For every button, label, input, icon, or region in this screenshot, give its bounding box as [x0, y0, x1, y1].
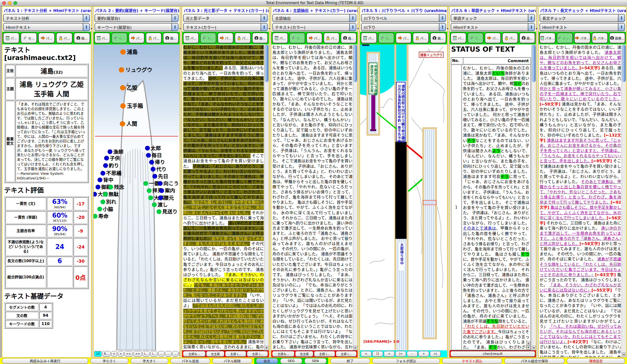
keyword-label[interactable]: 代り — [156, 166, 166, 172]
footer-button[interactable]: ... — [165, 351, 171, 357]
scroll-down-button[interactable]: ▼ — [265, 346, 268, 350]
keyword-dot-blue[interactable] — [158, 195, 163, 200]
keyword-dot-green[interactable] — [152, 202, 157, 207]
scroll-down-button[interactable]: ▼ — [622, 353, 626, 357]
font-larger-button[interactable]: 字大きく — [131, 358, 168, 364]
footer-button[interactable]: I... — [150, 351, 157, 357]
set-button[interactable]: セ... — [21, 33, 37, 43]
stepper-icon[interactable]: ▲▼ — [261, 24, 267, 31]
panel-resize-handle[interactable] — [91, 6, 93, 358]
all-subject-button[interactable]: 全主語 — [206, 351, 224, 357]
keyword-dot-green[interactable] — [147, 188, 152, 193]
panel-6-view-select[interactable]: Htmlテキスト ▲▼ — [451, 23, 535, 31]
panel-forward-button[interactable]: パ... — [306, 33, 322, 43]
keyword-dot-blue[interactable] — [98, 178, 102, 182]
panel-resize-handle[interactable] — [180, 6, 182, 358]
subject-none-button[interactable]: 主語な... — [183, 351, 206, 357]
panel-forward-button[interactable]: パ... — [38, 33, 55, 43]
keyword-dot-blue[interactable] — [104, 156, 109, 161]
panel-lock-button[interactable]: パ... — [56, 33, 72, 43]
keyword-dot-green[interactable] — [157, 209, 161, 214]
panel-resize-handle[interactable] — [269, 6, 271, 358]
scrollbar[interactable]: ▼ — [353, 44, 357, 350]
panel-forward-button[interactable]: パ... — [396, 33, 412, 43]
keyword-dot-blue[interactable] — [96, 184, 101, 189]
keyword-dot-blue[interactable] — [149, 160, 154, 165]
scrollbar[interactable]: ▼ — [531, 44, 536, 350]
panel-lock-button[interactable]: パ... — [323, 33, 339, 43]
keyword-dot-blue[interactable] — [145, 146, 150, 150]
panel-5-tool-select[interactable]: 川下りラベル ▲▼ — [361, 14, 446, 22]
to-end-button[interactable]: >| — [430, 351, 441, 357]
image-save-button[interactable]: 画... — [252, 33, 268, 43]
panel-resize-handle[interactable] — [358, 6, 360, 358]
scrollbar-thumb[interactable] — [353, 45, 357, 82]
pause-button[interactable]: [] — [372, 351, 383, 357]
stepper-icon[interactable]: ▲▼ — [528, 14, 534, 22]
close-window-icon[interactable] — [2, 1, 6, 5]
footer-button[interactable]: ... — [172, 351, 178, 357]
panel-forward-button[interactable]: パ... — [129, 33, 145, 43]
panel-1-view-select[interactable]: Htmlテキスト ▲▼ — [3, 23, 90, 31]
scroll-down-button[interactable]: ▼ — [353, 346, 357, 350]
keyword-dot-blue[interactable] — [146, 153, 151, 158]
keyword-label[interactable]: 人間 — [126, 121, 137, 127]
scroll-up-button[interactable]: ▲ — [526, 341, 530, 345]
next-button[interactable]: > — [118, 351, 124, 357]
table-scroll-arrows[interactable]: ▲ ▼ — [526, 341, 530, 350]
panel-5-view-select[interactable]: 川下り ▲▼ — [361, 23, 446, 31]
keyword-label[interactable]: 子供 — [110, 155, 120, 161]
keyword-label[interactable]: 乙姫 — [127, 85, 137, 91]
panel-delete-button[interactable]: パ... — [450, 33, 466, 43]
keyword-label[interactable]: 寿命 — [98, 214, 108, 219]
keyword-label[interactable]: 別れ — [106, 199, 116, 205]
keyword-dot-green[interactable] — [97, 207, 102, 212]
rewind-button[interactable]: |< — [395, 351, 406, 357]
keyword-label[interactable]: 残念 — [114, 184, 124, 190]
keyword-label[interactable]: 背中 — [103, 177, 113, 183]
reload-rerun-button[interactable]: 再読み込み＋再実行 — [2, 358, 88, 364]
panel-7-view-select[interactable]: Htmlテキスト ▲▼ — [540, 23, 625, 31]
stepper-icon[interactable]: ▲▼ — [439, 14, 446, 22]
keyword-label[interactable]: 見送り — [162, 209, 178, 215]
stepper-icon[interactable]: ▲▼ — [261, 14, 267, 22]
subject-none-button[interactable]: 主語な... — [272, 351, 294, 357]
keyword-dot-blue[interactable] — [159, 188, 164, 193]
zoom-out-button[interactable]: - — [407, 351, 418, 357]
footer-button[interactable]: R... — [102, 351, 110, 357]
keyword-label[interactable]: 玉手箱 — [127, 103, 143, 109]
keyword-dot-blue[interactable] — [107, 149, 112, 154]
panel-combo-save-button[interactable]: パネル組合せ保存 — [504, 358, 565, 364]
seg-button[interactable]: SEG — [280, 358, 302, 364]
panel-forward-button[interactable]: パ... — [485, 33, 501, 43]
panel-delete-button[interactable]: パネ... — [539, 33, 556, 43]
keyword-label[interactable]: 浦島 — [127, 49, 138, 55]
scrollbar-thumb[interactable] — [532, 45, 536, 82]
stepper-icon[interactable]: ▲▼ — [171, 24, 178, 31]
panel-delete-button[interactable]: パ... — [94, 33, 110, 43]
title-bar[interactable]: Total Environment for Text Data Mining (… — [0, 0, 627, 6]
keyword-label[interactable]: 向こう — [163, 181, 179, 186]
keyword-dot-orange[interactable] — [120, 85, 125, 90]
summary-mountain-chart[interactable]: 浦島 リュウグウ 乙姫 玉手箱 人間 漁師 子供 釣り 不思 — [94, 44, 180, 350]
full-text-button[interactable]: 全文 — [256, 358, 278, 364]
keyword-dot-blue[interactable] — [103, 163, 108, 168]
fast-prev-button[interactable]: << — [124, 351, 133, 357]
image-save-button[interactable]: 画... — [519, 33, 535, 43]
stepper-icon[interactable]: ▲▼ — [171, 14, 178, 22]
keyword-dot-green[interactable] — [103, 192, 108, 197]
keyword-dot-green[interactable] — [94, 214, 98, 219]
env-settings-button[interactable]: 環境設定 — [567, 358, 625, 364]
keyword-label[interactable]: 一番 — [149, 181, 159, 186]
subject-extraction-text[interactable]: むかし、むかし、丹後の国水の江の浦に、浦島太郎という漁師がありました。 浦島太郎… — [271, 44, 353, 350]
keyword-label[interactable]: 先日 — [158, 174, 168, 180]
subject-button[interactable]: 主語 (... — [225, 351, 246, 357]
keyword-dot-orange[interactable] — [120, 121, 125, 126]
keyword-label[interactable]: 不思議 — [106, 171, 121, 177]
subject-button[interactable]: 主語 (... — [336, 351, 357, 357]
stepper-icon[interactable]: ▲▼ — [349, 14, 356, 22]
image-save-button[interactable]: 画... — [74, 33, 90, 43]
checkresult-button[interactable]: checkresult — [450, 351, 535, 357]
keyword-label[interactable]: 毎日 — [152, 152, 162, 158]
panel-lock-button[interactable]: パ... — [146, 33, 162, 43]
